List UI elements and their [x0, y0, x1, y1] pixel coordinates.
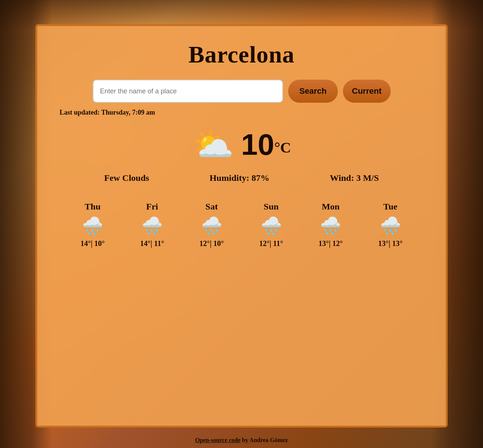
search-row: Search Current [93, 80, 391, 103]
forecast-day: Sat 🌧️ 12°| 10° [200, 202, 224, 248]
forecast-icon: 🌧️ [201, 215, 222, 236]
forecast-icon: 🌧️ [380, 215, 401, 236]
forecast-temps: 13°| 12° [318, 239, 343, 248]
city-title: Barcelona [188, 41, 295, 68]
forecast-temps: 13°| 13° [378, 239, 403, 248]
source-code-link[interactable]: Open-source code [195, 437, 241, 443]
temperature-unit: °C [274, 139, 291, 156]
last-updated-text: Last updated: Thursday, 7:09 am [60, 109, 155, 116]
forecast-icon: 🌧️ [142, 215, 163, 236]
forecast-temps: 12°| 10° [200, 239, 224, 248]
forecast-temps: 14°| 11° [140, 239, 164, 248]
current-weather: ⛅ 10°C [192, 128, 291, 162]
forecast-day-label: Sat [206, 202, 218, 212]
forecast-day-label: Sun [264, 202, 279, 212]
weather-details: Few Clouds Humidity: 87% Wind: 3 M/S [74, 173, 409, 183]
forecast-icon: 🌧️ [320, 215, 341, 236]
search-input[interactable] [93, 80, 283, 103]
footer-author: by Andrea Gómez [241, 437, 288, 443]
forecast-day: Mon 🌧️ 13°| 12° [318, 202, 343, 248]
temperature-display: 10°C [241, 128, 291, 162]
forecast-day: Fri 🌧️ 14°| 11° [140, 202, 164, 248]
condition-label: Few Clouds [104, 173, 149, 183]
forecast-grid: Thu 🌧️ 14°| 10° Fri 🌧️ 14°| 11° Sat 🌧️ 1… [63, 202, 420, 248]
forecast-day: Tue 🌧️ 13°| 13° [378, 202, 403, 248]
forecast-day: Thu 🌧️ 14°| 10° [80, 202, 105, 248]
weather-icon: ⛅ [192, 128, 234, 161]
forecast-icon: 🌧️ [82, 215, 103, 236]
humidity-label: Humidity: 87% [210, 173, 270, 183]
wind-label: Wind: 3 M/S [330, 173, 379, 183]
current-location-button[interactable]: Current [343, 80, 390, 103]
weather-card: Barcelona Search Current Last updated: T… [35, 24, 448, 428]
forecast-day-label: Tue [383, 202, 397, 212]
forecast-day-label: Thu [85, 202, 101, 212]
forecast-temps: 12°| 11° [259, 239, 283, 248]
forecast-icon: 🌧️ [261, 215, 282, 236]
forecast-temps: 14°| 10° [80, 239, 105, 248]
forecast-day-label: Fri [146, 202, 158, 212]
search-button[interactable]: Search [288, 80, 338, 103]
forecast-day: Sun 🌧️ 12°| 11° [259, 202, 283, 248]
footer: Open-source code by Andrea Gómez [0, 437, 483, 444]
forecast-day-label: Mon [322, 202, 340, 212]
temperature-value: 10 [241, 128, 274, 161]
